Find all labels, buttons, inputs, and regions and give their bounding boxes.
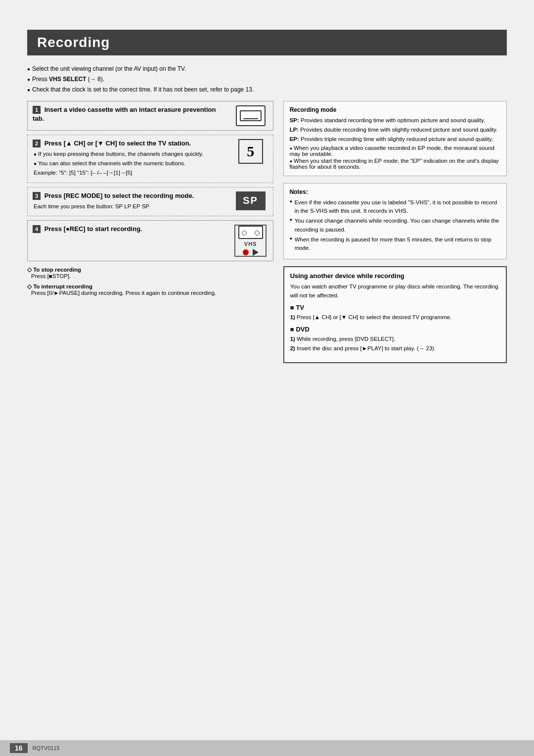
intro-bullet3: Check that the clock is set to the corre…: [27, 85, 507, 94]
rm-ep-text: Provides triple recording time with slig…: [301, 136, 493, 142]
step-2-text: Press [▲ CH] or [▼ CH] to select the TV …: [44, 140, 191, 147]
step-1-number: 1: [33, 106, 41, 114]
cassette-icon: [236, 105, 266, 126]
note-1: Even if the video cassette you use is la…: [290, 198, 500, 216]
left-column: 1 Insert a video cassette with an intact…: [27, 101, 273, 363]
step-4-icon: VHS: [233, 225, 268, 257]
step-1-header: 1 Insert a video cassette with an intact…: [33, 105, 228, 123]
step-2-number: 2: [33, 140, 41, 147]
rec-circle-icon: [243, 249, 249, 255]
another-device-title: Using another device while recording: [290, 272, 500, 280]
tv-section: TV 1) Press [▲ CH] or [▼ CH] to select t…: [290, 304, 500, 322]
step-2-sub: If you keep pressing these buttons, the …: [34, 150, 228, 178]
step-2-sub3: Example: "5": [5] "15": [– /– –]→[1]→[5]: [34, 169, 228, 177]
step-1-text: Insert a video cassette with an intact e…: [33, 106, 216, 122]
tv-step-1: 1) Press [▲ CH] or [▼ CH] to select the …: [290, 313, 500, 322]
intro-bullet2: Press VHS SELECT (→ 8).: [27, 75, 507, 84]
number-5-icon: 5: [238, 139, 263, 164]
dvd-step-2: 2) Insert the disc and press [►PLAY] to …: [290, 344, 500, 353]
rm-lp-text: Provides double recording time with slig…: [300, 127, 497, 133]
rm-ep-row: EP: Provides triple recording time with …: [290, 135, 500, 143]
step-3-content: 3 Press [REC MODE] to select the recordi…: [33, 191, 228, 212]
step-4-text: Press [●REC] to start recording.: [44, 225, 142, 233]
footer-code: RQTV0115: [33, 745, 60, 751]
another-device-box: Using another device while recording You…: [283, 266, 507, 363]
rm-lp-label: LP:: [290, 127, 301, 133]
intro-bullet1: Select the unit viewing channel (or the …: [27, 64, 507, 74]
step-3-block: 3 Press [REC MODE] to select the recordi…: [27, 187, 273, 216]
tv-step-1-text: Press [▲ CH] or [▼ CH] to select the des…: [297, 314, 451, 320]
stop-tips: To stop recording Press [■STOP]. To inte…: [27, 266, 273, 296]
play-triangle-icon: [253, 249, 259, 256]
page-title-bar: Recording: [27, 30, 507, 55]
rm-sp-label: SP:: [290, 117, 301, 123]
interrupt-tip-text: Press [II/►PAUSE] during recording. Pres…: [31, 290, 273, 296]
step-3-icon: SP: [233, 191, 268, 210]
another-device-desc: You can watch another TV programme or pl…: [290, 283, 500, 300]
stop-tip-text: Press [■STOP].: [31, 273, 273, 279]
interrupt-tip-title: To interrupt recording: [27, 283, 273, 290]
step-3-sub: Each time you press the button: SP LP EP…: [34, 202, 228, 211]
step-3-number: 3: [33, 192, 41, 200]
rm-bullet1: When you playback a video cassette recor…: [290, 145, 500, 157]
notes-title: Notes:: [290, 189, 500, 195]
intro-bullets: Select the unit viewing channel (or the …: [27, 64, 507, 95]
step-1-block: 1 Insert a video cassette with an intact…: [27, 101, 273, 131]
cassette-small-icon: [238, 226, 263, 239]
rm-sp-text: Provides standard recording time with op…: [301, 117, 485, 123]
rec-controls: [243, 249, 259, 256]
interrupt-tip: To interrupt recording Press [II/►PAUSE]…: [27, 283, 273, 296]
dvd-step-2-text: Insert the disc and press [►PLAY] to sta…: [297, 345, 434, 351]
dvd-step-1-text: While recording, press [DVD SELECT].: [297, 336, 395, 342]
step-4-block: 4 Press [●REC] to start recording. VHS: [27, 220, 273, 261]
dvd-section: DVD 1) While recording, press [DVD SELEC…: [290, 326, 500, 353]
stop-tip-title: To stop recording: [27, 266, 273, 273]
recording-mode-box: Recording mode SP: Provides standard rec…: [283, 101, 507, 176]
step-1-content: 1 Insert a video cassette with an intact…: [33, 105, 228, 125]
rm-sp-row: SP: Provides standard recording time wit…: [290, 116, 500, 124]
page: Recording Select the unit viewing channe…: [0, 0, 534, 756]
step-3-header: 3 Press [REC MODE] to select the recordi…: [33, 191, 228, 200]
two-column-layout: 1 Insert a video cassette with an intact…: [27, 101, 507, 363]
stop-tip: To stop recording Press [■STOP].: [27, 266, 273, 279]
rec-icon: VHS: [234, 225, 267, 257]
rm-lp-row: LP: Provides double recording time with …: [290, 126, 500, 134]
recording-mode-title: Recording mode: [290, 106, 500, 113]
step-2-sub1: If you keep pressing these buttons, the …: [34, 150, 228, 158]
step-4-content: 4 Press [●REC] to start recording.: [33, 225, 228, 236]
step-2-content: 2 Press [▲ CH] or [▼ CH] to select the T…: [33, 139, 228, 179]
page-title: Recording: [37, 35, 497, 50]
step-3-text: Press [REC MODE] to select the recording…: [44, 192, 194, 199]
note-3: When the recording is paused for more th…: [290, 236, 500, 253]
tv-label: TV: [290, 304, 500, 311]
dvd-label: DVD: [290, 326, 500, 333]
rm-bullets: When you playback a video cassette recor…: [290, 145, 500, 170]
notes-box: Notes: Even if the video cassette you us…: [283, 183, 507, 260]
vhs-text: VHS: [244, 241, 257, 247]
sp-icon: SP: [236, 191, 266, 210]
rm-ep-label: EP:: [290, 136, 301, 142]
step-4-number: 4: [33, 225, 41, 233]
step-2-block: 2 Press [▲ CH] or [▼ CH] to select the T…: [27, 135, 273, 183]
step-3-sub1: Each time you press the button: SP LP EP…: [34, 202, 228, 211]
page-number: 16: [10, 743, 28, 753]
step-2-icon: 5: [233, 139, 268, 164]
rm-bullet2: When you start the recording in EP mode,…: [290, 158, 500, 170]
step-1-icon: [233, 105, 268, 126]
step-2-sub2: You can also select the channels with th…: [34, 159, 228, 168]
step-4-header: 4 Press [●REC] to start recording.: [33, 225, 228, 234]
step-2-header: 2 Press [▲ CH] or [▼ CH] to select the T…: [33, 139, 228, 148]
right-column: Recording mode SP: Provides standard rec…: [283, 101, 507, 363]
footer-bar: 16 RQTV0115: [0, 740, 534, 756]
note-2: You cannot change channels while recordi…: [290, 217, 500, 234]
dvd-step-1: 1) While recording, press [DVD SELECT].: [290, 335, 500, 343]
